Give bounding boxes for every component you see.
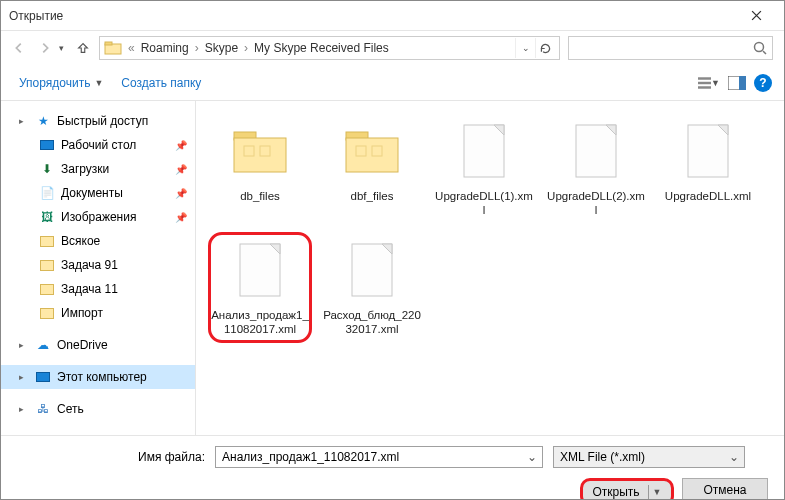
caret-icon: ▸ bbox=[19, 372, 29, 382]
folder-icon bbox=[340, 119, 404, 183]
up-button[interactable] bbox=[71, 36, 95, 60]
title-bar: Открытие bbox=[1, 1, 784, 31]
arrow-left-icon bbox=[12, 41, 26, 55]
sidebar-onedrive[interactable]: ▸ ☁ OneDrive bbox=[1, 333, 195, 357]
crumb-prefix: « bbox=[126, 41, 137, 55]
svg-rect-10 bbox=[244, 146, 254, 156]
file-label: Анализ_продаж1_11082017.xml bbox=[211, 308, 309, 337]
sidebar-label: Изображения bbox=[61, 210, 136, 224]
cloud-icon: ☁ bbox=[35, 337, 51, 353]
address-dropdown[interactable]: ⌄ bbox=[515, 38, 535, 58]
filetype-combo[interactable]: XML File (*.xml) ⌄ bbox=[553, 446, 745, 468]
sidebar-pictures[interactable]: 🖼 Изображения 📌 bbox=[1, 205, 195, 229]
file-item[interactable]: Анализ_продаж1_11082017.xml bbox=[208, 232, 312, 343]
close-icon bbox=[751, 10, 762, 21]
file-icon bbox=[228, 238, 292, 302]
help-button[interactable]: ? bbox=[754, 74, 772, 92]
file-label: UpgradeDLL(1).xml bbox=[434, 189, 534, 218]
forward-button[interactable] bbox=[33, 36, 57, 60]
close-button[interactable] bbox=[736, 1, 776, 31]
file-icon bbox=[676, 119, 740, 183]
file-item[interactable]: UpgradeDLL(1).xml bbox=[432, 113, 536, 224]
folder-item[interactable]: db_files bbox=[208, 113, 312, 224]
chevron-down-icon: ⌄ bbox=[522, 43, 530, 53]
organize-menu[interactable]: Упорядочить ▼ bbox=[13, 72, 109, 94]
back-button[interactable] bbox=[7, 36, 31, 60]
sidebar-label: Быстрый доступ bbox=[57, 114, 148, 128]
file-item[interactable]: Расход_блюд_22032017.xml bbox=[320, 232, 424, 343]
sidebar-desktop[interactable]: Рабочий стол 📌 bbox=[1, 133, 195, 157]
pc-icon bbox=[35, 369, 51, 385]
folder-icon bbox=[104, 39, 122, 57]
folder-item[interactable]: dbf_files bbox=[320, 113, 424, 224]
sidebar-this-pc[interactable]: ▸ Этот компьютер bbox=[1, 365, 195, 389]
chevron-down-icon: ▾ bbox=[59, 43, 64, 53]
crumb-roaming[interactable]: Roaming bbox=[137, 41, 193, 55]
history-dropdown[interactable]: ▾ bbox=[59, 43, 69, 53]
svg-rect-14 bbox=[356, 146, 366, 156]
file-label: dbf_files bbox=[351, 189, 394, 203]
help-icon: ? bbox=[759, 76, 766, 90]
sidebar-label: Всякое bbox=[61, 234, 100, 248]
crumb-received[interactable]: My Skype Received Files bbox=[250, 41, 393, 55]
file-label: UpgradeDLL.xml bbox=[665, 189, 751, 203]
cancel-label: Отмена bbox=[703, 483, 746, 497]
sidebar-label: Сеть bbox=[57, 402, 84, 416]
documents-icon: 📄 bbox=[39, 185, 55, 201]
file-pane[interactable]: db_filesdbf_filesUpgradeDLL(1).xmlUpgrad… bbox=[196, 101, 784, 435]
sidebar-documents[interactable]: 📄 Документы 📌 bbox=[1, 181, 195, 205]
sidebar-folder[interactable]: Импорт bbox=[1, 301, 195, 325]
chevron-down-icon: ⌄ bbox=[524, 450, 540, 464]
sidebar-label: Импорт bbox=[61, 306, 103, 320]
sidebar-label: Документы bbox=[61, 186, 123, 200]
svg-rect-5 bbox=[698, 86, 711, 88]
chevron-right-icon: › bbox=[242, 41, 250, 55]
svg-rect-15 bbox=[372, 146, 382, 156]
view-options-button[interactable]: ▼ bbox=[698, 72, 720, 94]
filename-value: Анализ_продаж1_11082017.xml bbox=[222, 450, 524, 464]
folder-icon bbox=[39, 305, 55, 321]
sidebar-label: OneDrive bbox=[57, 338, 108, 352]
sidebar-folder[interactable]: Всякое bbox=[1, 229, 195, 253]
open-label: Открыть bbox=[592, 485, 639, 499]
folder-icon bbox=[39, 257, 55, 273]
filename-combo[interactable]: Анализ_продаж1_11082017.xml ⌄ bbox=[215, 446, 543, 468]
chevron-down-icon: ⌄ bbox=[726, 450, 742, 464]
sidebar-downloads[interactable]: ⬇ Загрузки 📌 bbox=[1, 157, 195, 181]
file-label: UpgradeDLL(2).xml bbox=[546, 189, 646, 218]
sidebar-label: Рабочий стол bbox=[61, 138, 136, 152]
file-item[interactable]: UpgradeDLL(2).xml bbox=[544, 113, 648, 224]
file-icon bbox=[452, 119, 516, 183]
svg-rect-16 bbox=[464, 125, 504, 177]
chevron-right-icon: › bbox=[193, 41, 201, 55]
search-box[interactable] bbox=[568, 36, 773, 60]
sidebar-label: Этот компьютер bbox=[57, 370, 147, 384]
file-label: db_files bbox=[240, 189, 280, 203]
svg-rect-11 bbox=[260, 146, 270, 156]
new-folder-button[interactable]: Создать папку bbox=[115, 72, 207, 94]
toolbar: Упорядочить ▼ Создать папку ▼ ? bbox=[1, 65, 784, 101]
open-button[interactable]: Открыть ▼ bbox=[580, 478, 674, 500]
main-area: ▸ ★ Быстрый доступ Рабочий стол 📌 ⬇ Загр… bbox=[1, 101, 784, 435]
svg-rect-18 bbox=[576, 125, 616, 177]
file-item[interactable]: UpgradeDLL.xml bbox=[656, 113, 760, 224]
file-icon bbox=[564, 119, 628, 183]
preview-pane-button[interactable] bbox=[726, 72, 748, 94]
sidebar-network[interactable]: ▸ 🖧 Сеть bbox=[1, 397, 195, 421]
pane-icon bbox=[728, 76, 746, 90]
sidebar-folder[interactable]: Задача 91 bbox=[1, 253, 195, 277]
refresh-button[interactable] bbox=[535, 38, 555, 58]
crumb-skype[interactable]: Skype bbox=[201, 41, 242, 55]
download-icon: ⬇ bbox=[39, 161, 55, 177]
sidebar-quick-access[interactable]: ▸ ★ Быстрый доступ bbox=[1, 109, 195, 133]
caret-icon: ▸ bbox=[19, 404, 29, 414]
sidebar-folder[interactable]: Задача 11 bbox=[1, 277, 195, 301]
caret-icon: ▸ bbox=[19, 340, 29, 350]
address-bar[interactable]: « Roaming › Skype › My Skype Received Fi… bbox=[99, 36, 560, 60]
sidebar-label: Задача 91 bbox=[61, 258, 118, 272]
search-input[interactable] bbox=[573, 41, 752, 55]
footer: Имя файла: Анализ_продаж1_11082017.xml ⌄… bbox=[1, 435, 784, 500]
svg-rect-3 bbox=[698, 77, 711, 79]
cancel-button[interactable]: Отмена bbox=[682, 478, 768, 500]
search-icon bbox=[752, 40, 768, 56]
